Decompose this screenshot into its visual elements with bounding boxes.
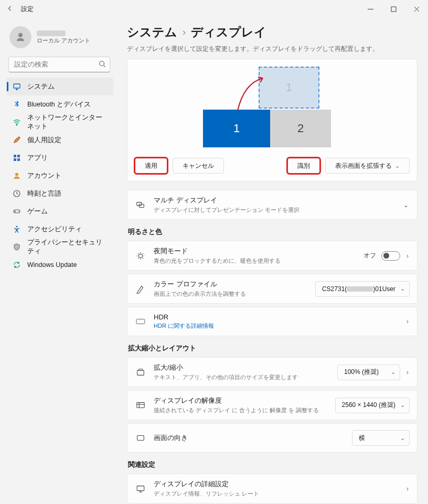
sidebar-item-windows-update[interactable]: Windows Update [6,256,113,274]
user-block[interactable]: ローカル アカウント [6,22,113,56]
search-input[interactable] [8,57,110,72]
color-profile-icon [135,284,146,294]
sidebar-item-time-language[interactable]: 時刻と言語 [6,185,113,202]
breadcrumb: システム › ディスプレイ [127,24,418,40]
search-box[interactable] [8,57,110,72]
sidebar-item-label: 個人用設定 [27,136,61,145]
section-title-brightness: 明るさと色 [128,227,418,237]
display-arrange-canvas[interactable]: 1 1 2 [135,66,410,155]
hdr-icon [135,317,146,326]
svg-rect-19 [137,486,144,490]
sidebar-item-apps[interactable]: アプリ [6,149,113,167]
extend-display-dropdown[interactable]: 表示画面を拡張する⌄ [325,158,410,174]
display-box-2[interactable]: 2 [270,110,331,147]
page-title: ディスプレイ [191,24,266,40]
person-icon [13,171,21,180]
svg-rect-6 [14,158,16,161]
color-profile-row[interactable]: カラー プロファイル 画面上での色の表示方法を調整する CS2731()01Us… [127,274,418,304]
scale-row[interactable]: 拡大/縮小 テキスト、アプリ、その他の項目のサイズを変更します 100% (推奨… [127,357,418,387]
setting-label: マルチ ディスプレイ [154,196,395,205]
svg-rect-17 [137,402,144,408]
wifi-icon [13,118,21,126]
chevron-right-icon: › [405,485,410,492]
back-button[interactable] [4,5,16,14]
chevron-right-icon: › [405,318,410,325]
game-icon [13,207,21,216]
setting-label: 画面の向き [154,433,345,443]
sidebar-item-bluetooth[interactable]: Bluetooth とデバイス [6,95,113,113]
orientation-row[interactable]: 画面の向き 横⌄ [127,423,418,453]
multi-display-row[interactable]: マルチ ディスプレイ ディスプレイに対してプレゼンテーション モードを選択 ⌄ [127,190,418,220]
brush-icon [13,136,21,144]
night-light-toggle[interactable] [381,251,400,261]
sidebar-item-label: プライバシーとセキュリティ [27,238,108,256]
chevron-down-icon: ⌄ [402,201,410,209]
night-light-row[interactable]: 夜間モード 青色の光をブロックするために、暖色を使用する オフ › [127,241,418,271]
svg-point-14 [138,254,142,258]
svg-point-11 [16,226,17,227]
main-content: システム › ディスプレイ ディスプレイを選択して設定を変更します。ディスプレイ… [114,18,428,504]
hdr-row[interactable]: HDR HDR に関する詳細情報 › [127,307,418,336]
sidebar-item-label: アカウント [27,171,61,180]
color-profile-select[interactable]: CS2731()01User ⌄ [315,281,410,297]
sidebar-item-privacy[interactable]: プライバシーとセキュリティ [6,238,113,256]
resolution-row[interactable]: ディスプレイの解像度 接続されている ディスプレイ に 合うように 解像度 を … [127,390,418,420]
breadcrumb-root[interactable]: システム [127,24,177,40]
chevron-right-icon: › [405,369,410,376]
close-button[interactable] [405,0,428,18]
drag-arrow-icon [233,73,270,115]
advanced-display-row[interactable]: ディスプレイの詳細設定 ディスプレイ情報、リフレッシュ レート › [127,474,418,503]
redacted-text [347,286,373,292]
avatar [9,26,31,48]
sidebar-item-network[interactable]: ネットワークとインターネット [6,113,113,131]
system-icon [13,82,21,91]
display-box-1[interactable]: 1 [203,110,270,147]
apply-button[interactable]: 適用 [135,158,167,174]
setting-subtitle: ディスプレイ情報、リフレッシュ レート [154,490,398,498]
setting-label: HDR [154,313,398,321]
update-icon [13,261,21,269]
maximize-button[interactable] [382,0,405,18]
setting-label: ディスプレイの詳細設定 [154,479,398,489]
svg-point-1 [100,61,104,66]
sidebar-item-accounts[interactable]: アカウント [6,167,113,185]
setting-subtitle: ディスプレイに対してプレゼンテーション モードを選択 [154,206,395,214]
section-title-related: 関連設定 [128,460,418,469]
titlebar: 設定 [0,0,428,18]
chevron-right-icon: › [183,27,186,38]
orientation-select[interactable]: 横⌄ [352,430,410,446]
setting-subtitle: 接続されている ディスプレイ に 合うように 解像度 を 調整する [154,406,328,414]
svg-point-3 [16,124,17,125]
hdr-info-link[interactable]: HDR に関する詳細情報 [154,322,398,330]
orientation-icon [135,433,146,443]
chevron-down-icon: ⌄ [391,369,395,376]
cancel-button[interactable]: キャンセル [173,158,224,174]
sidebar-item-accessibility[interactable]: アクセシビリティ [6,220,113,238]
shield-icon [13,243,21,251]
svg-rect-2 [14,84,20,88]
nav: システム Bluetooth とデバイス ネットワークとインターネット 個人用設… [6,78,113,274]
sidebar-item-system[interactable]: システム [6,78,113,95]
resolution-select[interactable]: 2560 × 1440 (推奨)⌄ [335,398,410,413]
bluetooth-icon [13,100,21,109]
section-title-scale: 拡大縮小とレイアウト [128,344,418,353]
minimize-button[interactable] [359,0,382,18]
scale-select[interactable]: 100% (推奨)⌄ [337,364,400,380]
sidebar-item-label: システム [27,82,55,91]
svg-rect-5 [17,155,20,157]
chevron-right-icon: › [405,252,410,260]
chevron-down-icon: ⌄ [395,163,400,169]
identify-button[interactable]: 識別 [287,158,320,174]
setting-subtitle: テキスト、アプリ、その他の項目のサイズを変更します [154,373,330,381]
chevron-down-icon: ⌄ [400,285,405,292]
sidebar-item-label: Windows Update [27,261,77,269]
sidebar-item-gaming[interactable]: ゲーム [6,202,113,220]
accessibility-icon [13,225,21,233]
setting-subtitle: 画面上での色の表示方法を調整する [154,290,308,298]
night-light-icon [135,251,146,261]
sidebar-item-personalization[interactable]: 個人用設定 [6,131,113,149]
svg-rect-15 [136,319,145,324]
setting-label: カラー プロファイル [154,280,308,289]
sidebar-item-label: Bluetooth とデバイス [27,100,91,109]
setting-label: 夜間モード [154,246,356,256]
